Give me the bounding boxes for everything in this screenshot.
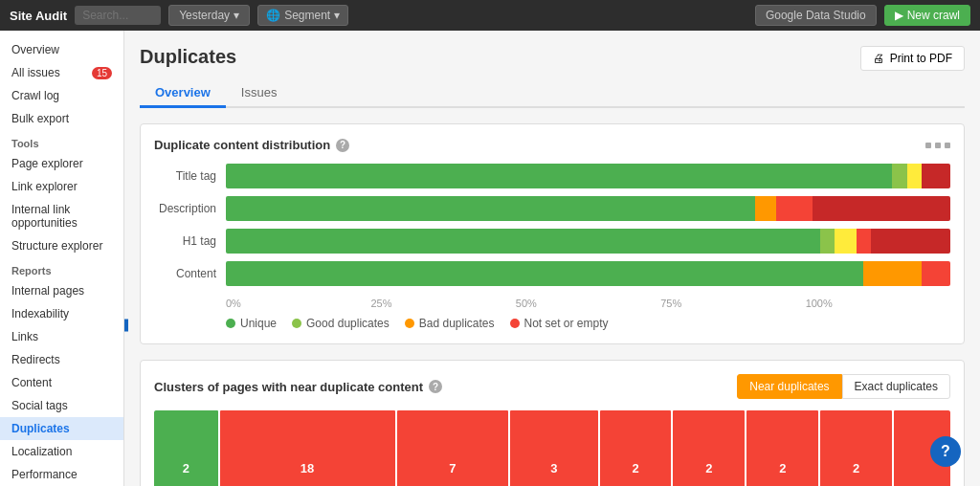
page-title: Duplicates (140, 46, 236, 68)
sidebar-item-internal-link[interactable]: Internal link opportunities (0, 198, 123, 234)
sidebar-item-links[interactable]: Links (0, 325, 123, 348)
blue-arrow (124, 310, 128, 341)
globe-icon: 🌐 (266, 9, 280, 22)
legend-not-set-dot (510, 319, 520, 328)
bar-seg-good-dup (820, 229, 835, 254)
tab-overview[interactable]: Overview (140, 79, 226, 108)
sidebar-item-localization[interactable]: Localization (0, 440, 123, 463)
bar-seg-yellow (907, 164, 922, 188)
new-crawl-button[interactable]: ▶ New crawl (884, 5, 970, 26)
legend-good-dups-dot (292, 319, 301, 328)
search-input[interactable] (75, 6, 161, 25)
print-label: Print to PDF (890, 52, 952, 65)
bar-row-description: Description (154, 196, 950, 221)
bar-seg-bad-dup (863, 261, 922, 286)
data-studio-label: Google Data Studio (766, 9, 866, 22)
sidebar-item-social-tags[interactable]: Social tags (0, 394, 123, 417)
exact-duplicates-button[interactable]: Exact duplicates (842, 374, 950, 399)
bar-seg-unique (226, 229, 820, 254)
new-crawl-label: New crawl (907, 9, 960, 22)
treemap-cell-4[interactable]: 2 (600, 410, 672, 486)
sidebar-item-link-explorer[interactable]: Link explorer (0, 175, 123, 198)
clusters-card: Clusters of pages with near duplicate co… (140, 360, 965, 486)
clusters-header: Clusters of pages with near duplicate co… (154, 374, 950, 399)
bar-row-title-tag: Title tag (154, 164, 950, 188)
tab-issues[interactable]: Issues (226, 79, 293, 108)
clusters-title: Clusters of pages with near duplicate co… (154, 380, 442, 394)
bar-seg-not-set (922, 164, 950, 188)
sidebar-item-page-explorer[interactable]: Page explorer (0, 152, 123, 175)
bar-label-title-tag: Title tag (154, 169, 226, 183)
data-studio-button[interactable]: Google Data Studio (755, 5, 877, 26)
clusters-buttons: Near duplicates Exact duplicates (737, 374, 950, 399)
bar-track-h1-tag (226, 229, 950, 254)
legend-good-dups: Good duplicates (292, 317, 390, 330)
bar-seg-bad-dup (755, 196, 777, 221)
sidebar-item-structure-explorer[interactable]: Structure explorer (0, 234, 123, 257)
sidebar-label-overview: Overview (11, 43, 59, 56)
topbar: Site Audit Yesterday ▾ 🌐 Segment ▾ Googl… (0, 0, 980, 31)
chevron-down-icon: ▾ (234, 9, 239, 22)
clusters-help-icon[interactable]: ? (429, 380, 442, 393)
treemap-cell-7[interactable]: 2 (820, 410, 892, 486)
treemap-cell-1[interactable]: 18 (220, 410, 395, 486)
sidebar-label-bulk-export: Bulk export (11, 112, 69, 125)
distribution-title: Duplicate content distribution ? (154, 138, 950, 152)
sidebar-label-all-issues: All issues (11, 66, 60, 79)
bar-label-h1-tag: H1 tag (154, 234, 226, 248)
page-tabs: Overview Issues (140, 79, 965, 108)
bar-seg-yellow (835, 229, 857, 254)
sidebar-item-bulk-export[interactable]: Bulk export (0, 107, 123, 130)
legend-unique: Unique (226, 317, 277, 330)
play-icon: ▶ (895, 9, 903, 22)
bar-track-content (226, 261, 950, 286)
help-circle-button[interactable]: ? (930, 436, 961, 467)
bar-row-h1-tag: H1 tag (154, 229, 950, 254)
sidebar-item-crawl-log[interactable]: Crawl log (0, 84, 123, 107)
legend-good-dups-label: Good duplicates (306, 317, 390, 330)
layout: Overview All issues 15 Crawl log Bulk ex… (0, 31, 980, 486)
legend-bad-dups: Bad duplicates (405, 317, 495, 330)
sidebar-item-indexability[interactable]: Indexability (0, 302, 123, 325)
help-icon: ? (941, 443, 950, 460)
bar-track-description (226, 196, 950, 221)
bar-seg-unique (226, 261, 863, 286)
distribution-help-icon[interactable]: ? (336, 139, 349, 152)
near-duplicates-button[interactable]: Near duplicates (737, 374, 841, 399)
segment-button[interactable]: 🌐 Segment ▾ (257, 5, 348, 26)
chevron-down-icon: ▾ (334, 9, 340, 22)
bar-label-content: Content (154, 267, 226, 280)
legend-not-set: Not set or empty (510, 317, 609, 330)
bar-seg-not-set (813, 196, 950, 221)
legend-unique-label: Unique (240, 317, 277, 330)
site-audit-title: Site Audit (10, 9, 67, 23)
treemap-cell-5[interactable]: 2 (673, 410, 745, 486)
distribution-card: Duplicate content distribution ? Title t… (140, 123, 965, 344)
legend-not-set-label: Not set or empty (524, 317, 609, 330)
treemap-cell-0[interactable]: 2 (154, 410, 218, 486)
sidebar-item-content[interactable]: Content (0, 371, 123, 394)
period-button[interactable]: Yesterday ▾ (168, 5, 250, 26)
chart-legend: Unique Good duplicates Bad duplicates No… (226, 317, 950, 330)
bar-seg-not-set (871, 229, 950, 254)
treemap-cell-2[interactable]: 7 (397, 410, 508, 486)
legend-unique-dot (226, 319, 235, 328)
treemap-cell-3[interactable]: 3 (510, 410, 598, 486)
sidebar-item-duplicates[interactable]: Duplicates (0, 417, 123, 440)
bar-seg-unique (226, 196, 755, 221)
legend-bad-dups-dot (405, 319, 414, 328)
all-issues-badge: 15 (92, 67, 112, 79)
segment-label: Segment (284, 9, 330, 22)
sidebar: Overview All issues 15 Crawl log Bulk ex… (0, 31, 124, 486)
bar-seg-unique (226, 164, 892, 188)
bar-seg-red (776, 196, 813, 221)
treemap-cell-6[interactable]: 2 (746, 410, 818, 486)
sidebar-item-redirects[interactable]: Redirects (0, 348, 123, 371)
sidebar-item-performance[interactable]: Performance (0, 463, 123, 486)
sidebar-item-overview[interactable]: Overview (0, 38, 123, 61)
treemap: 2 18 7 3 2 2 2 2 (154, 410, 950, 486)
sidebar-item-all-issues[interactable]: All issues 15 (0, 61, 123, 84)
print-to-pdf-button[interactable]: 🖨 Print to PDF (860, 46, 965, 71)
reports-section-header: Reports (0, 257, 123, 279)
sidebar-item-internal-pages[interactable]: Internal pages (0, 279, 123, 302)
